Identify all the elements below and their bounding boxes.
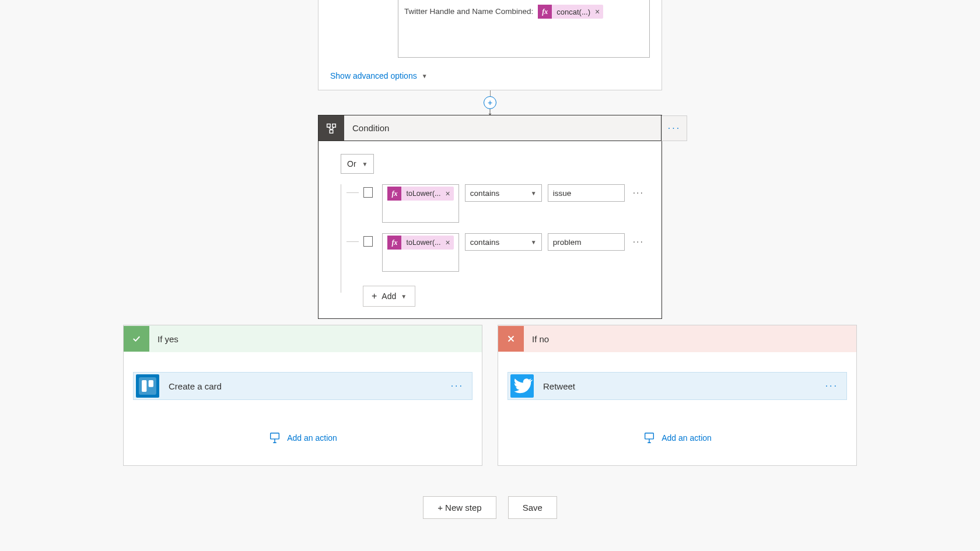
row-menu-button[interactable]: ··· <box>633 188 644 198</box>
svg-rect-0 <box>327 124 331 127</box>
group-operator-select[interactable]: Or ▼ <box>341 154 374 174</box>
value-input[interactable]: issue <box>548 184 625 202</box>
connector: + ↓ <box>484 90 496 115</box>
row-checkbox[interactable] <box>363 236 373 247</box>
chevron-down-icon: ▼ <box>422 73 428 79</box>
chevron-down-icon: ▼ <box>401 293 407 300</box>
condition-menu-button[interactable]: ··· <box>662 115 687 141</box>
trello-icon <box>136 374 159 398</box>
condition-icon <box>318 115 344 141</box>
branch-header-no: If no <box>498 325 856 352</box>
svg-rect-5 <box>149 380 153 387</box>
branches-container: If yes Create a card ··· Add an action <box>123 325 857 466</box>
condition-card: Condition ··· Or ▼ fx toLower(... <box>318 115 662 319</box>
fx-pill-concat[interactable]: fx concat(...) × <box>538 5 603 19</box>
fx-icon: fx <box>538 5 552 19</box>
remove-token-icon[interactable]: × <box>446 189 454 198</box>
check-icon <box>124 326 149 352</box>
action-label: Create a card <box>169 381 222 391</box>
add-condition-button[interactable]: + Add ▼ <box>363 286 415 307</box>
flow-canvas: Twitter Handle and Name Combined: fx con… <box>0 0 980 536</box>
action-menu-button[interactable]: ··· <box>825 381 838 391</box>
condition-row: fx toLower(... × contains ▼ problem ··· <box>346 233 644 272</box>
action-label: Retweet <box>543 381 575 391</box>
remove-token-icon[interactable]: × <box>446 238 454 247</box>
new-step-button[interactable]: + New step <box>423 496 496 519</box>
value-input[interactable]: problem <box>548 233 625 251</box>
chevron-down-icon: ▼ <box>531 239 537 245</box>
svg-rect-7 <box>645 433 654 439</box>
add-action-link[interactable]: Add an action <box>498 431 856 444</box>
footer-buttons: + New step Save <box>423 496 557 519</box>
remove-token-icon[interactable]: × <box>595 7 603 16</box>
twitter-icon <box>510 374 534 398</box>
if-yes-branch: If yes Create a card ··· Add an action <box>123 325 482 466</box>
svg-rect-1 <box>332 124 336 127</box>
add-action-icon <box>268 431 281 444</box>
expression-input[interactable]: fx toLower(... × <box>382 233 459 272</box>
fx-pill-tolower[interactable]: fx toLower(... × <box>387 236 453 250</box>
condition-title[interactable]: Condition <box>344 115 662 141</box>
svg-rect-6 <box>271 433 279 439</box>
svg-rect-3 <box>139 377 156 395</box>
if-no-branch: If no Retweet ··· Add an action <box>498 325 857 466</box>
show-advanced-options-link[interactable]: Show advanced options ▼ <box>330 71 650 80</box>
condition-body: Or ▼ fx toLower(... × <box>318 141 662 318</box>
expression-input[interactable]: fx toLower(... × <box>382 184 459 223</box>
chevron-down-icon: ▼ <box>531 190 537 196</box>
fx-icon: fx <box>387 236 401 250</box>
action-create-card[interactable]: Create a card ··· <box>133 372 473 400</box>
add-action-link[interactable]: Add an action <box>124 431 482 444</box>
operator-select[interactable]: contains ▼ <box>465 233 542 251</box>
previous-action-card: Twitter Handle and Name Combined: fx con… <box>318 0 662 90</box>
action-retweet[interactable]: Retweet ··· <box>508 372 847 400</box>
fx-pill-tolower[interactable]: fx toLower(... × <box>387 187 453 201</box>
compose-textarea[interactable]: Twitter Handle and Name Combined: fx con… <box>398 0 650 58</box>
fx-icon: fx <box>387 187 401 201</box>
action-menu-button[interactable]: ··· <box>451 381 464 391</box>
plus-icon: + <box>372 291 377 301</box>
operator-select[interactable]: contains ▼ <box>465 184 542 202</box>
close-icon <box>498 326 524 352</box>
condition-header[interactable]: Condition <box>318 115 662 141</box>
chevron-down-icon: ▼ <box>362 161 368 167</box>
compose-label: Twitter Handle and Name Combined: <box>404 7 533 16</box>
row-checkbox[interactable] <box>363 187 373 198</box>
save-button[interactable]: Save <box>508 496 557 519</box>
svg-rect-4 <box>142 380 146 392</box>
add-action-icon <box>643 431 656 444</box>
svg-rect-2 <box>330 129 333 133</box>
condition-row: fx toLower(... × contains ▼ issue ··· <box>346 184 644 223</box>
branch-header-yes: If yes <box>124 325 482 352</box>
row-menu-button[interactable]: ··· <box>633 237 644 247</box>
arrow-down-icon: ↓ <box>488 108 493 115</box>
